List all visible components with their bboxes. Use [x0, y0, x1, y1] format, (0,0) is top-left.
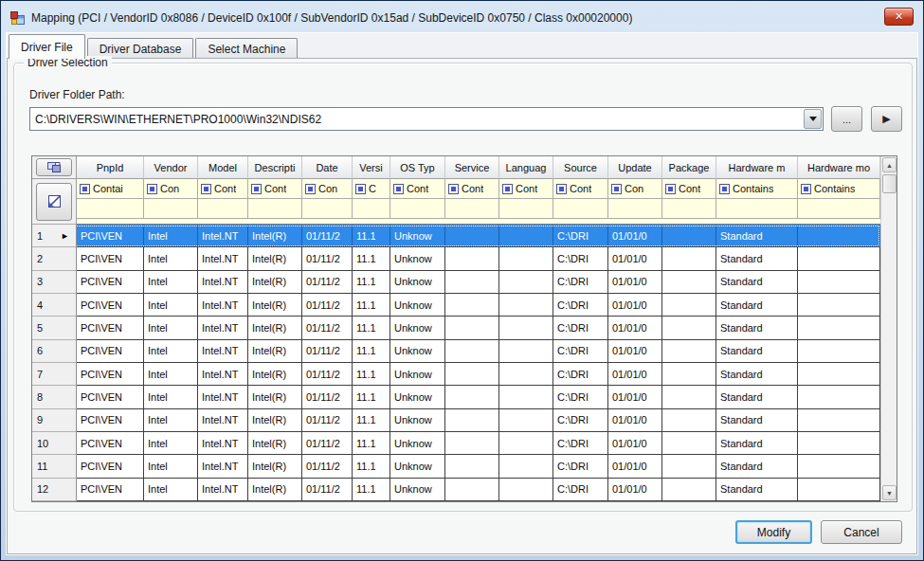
table-row[interactable]: 12PCI\VENIntelIntel.NTIntel(R)01/11/211.…	[32, 479, 880, 501]
cell-model[interactable]: Intel.NT	[198, 294, 248, 317]
filter-cell-versi[interactable]: C	[353, 179, 390, 199]
filter-checkbox-icon[interactable]	[355, 184, 366, 194]
row-header[interactable]: 5	[32, 317, 77, 339]
cell-descripti[interactable]: Intel(R)	[248, 455, 302, 478]
filter-checkbox-icon[interactable]	[147, 184, 157, 194]
cell-hardware-mo[interactable]	[798, 294, 880, 317]
cell-vendor[interactable]: Intel	[144, 317, 198, 339]
row-header[interactable]: 2	[32, 247, 77, 270]
cell-versi[interactable]: 11.1	[353, 455, 390, 478]
filter-value-cell-languag[interactable]	[499, 199, 553, 219]
cell-hardware-mo[interactable]	[798, 363, 880, 386]
table-row[interactable]: 9PCI\VENIntelIntel.NTIntel(R)01/11/211.1…	[32, 409, 880, 432]
cell-package[interactable]	[662, 386, 716, 408]
cell-os-typ[interactable]: Unknow	[390, 317, 445, 339]
cell-hardware-m[interactable]: Standard	[716, 340, 798, 363]
filter-cell-package[interactable]: Cont	[662, 179, 716, 199]
combobox-dropdown-button[interactable]	[804, 109, 822, 129]
filter-cell-os-typ[interactable]: Cont	[390, 179, 445, 199]
cell-date[interactable]: 01/11/2	[302, 455, 353, 478]
cell-descripti[interactable]: Intel(R)	[248, 247, 302, 270]
cell-pnpid[interactable]: PCI\VEN	[77, 479, 144, 501]
cell-descripti[interactable]: Intel(R)	[248, 386, 302, 408]
row-header[interactable]: 3	[32, 271, 77, 294]
cell-service[interactable]	[445, 432, 499, 455]
filter-checkbox-icon[interactable]	[502, 184, 513, 194]
close-button[interactable]: ✕	[884, 8, 914, 26]
column-header-descripti[interactable]: Descripti	[248, 156, 302, 179]
table-row[interactable]: 2PCI\VENIntelIntel.NTIntel(R)01/11/211.1…	[32, 247, 880, 270]
table-row[interactable]: 7PCI\VENIntelIntel.NTIntel(R)01/11/211.1…	[32, 363, 880, 386]
cell-descripti[interactable]: Intel(R)	[248, 479, 302, 501]
cell-pnpid[interactable]: PCI\VEN	[77, 247, 144, 270]
cell-update[interactable]: 01/01/0	[608, 386, 662, 408]
cell-update[interactable]: 01/01/0	[608, 363, 662, 386]
table-row[interactable]: 8PCI\VENIntelIntel.NTIntel(R)01/11/211.1…	[32, 386, 880, 408]
cell-vendor[interactable]: Intel	[144, 340, 198, 363]
cell-languag[interactable]	[499, 455, 553, 478]
column-header-update[interactable]: Update	[608, 156, 662, 179]
cell-date[interactable]: 01/11/2	[302, 294, 353, 317]
cell-os-typ[interactable]: Unknow	[390, 363, 445, 386]
column-header-hardware-mo[interactable]: Hardware mo	[798, 156, 880, 179]
cell-languag[interactable]	[499, 409, 553, 432]
cell-package[interactable]	[662, 432, 716, 455]
cell-package[interactable]	[662, 271, 716, 294]
cell-hardware-mo[interactable]	[798, 455, 880, 478]
filter-value-cell-descripti[interactable]	[248, 199, 302, 219]
cell-source[interactable]: C:\DRI	[553, 247, 608, 270]
cell-pnpid[interactable]: PCI\VEN	[77, 455, 144, 478]
cell-package[interactable]	[662, 409, 716, 432]
filter-cell-service[interactable]: Cont	[445, 179, 499, 199]
cell-source[interactable]: C:\DRI	[553, 432, 608, 455]
cell-languag[interactable]	[499, 271, 553, 294]
cell-update[interactable]: 01/01/0	[608, 271, 662, 294]
column-header-vendor[interactable]: Vendor	[144, 156, 198, 179]
filter-cell-update[interactable]: Con	[608, 179, 662, 199]
cell-hardware-m[interactable]: Standard	[716, 363, 798, 386]
cell-descripti[interactable]: Intel(R)	[248, 409, 302, 432]
row-header[interactable]: 6	[32, 340, 77, 363]
cell-hardware-m[interactable]: Standard	[716, 247, 798, 270]
cell-versi[interactable]: 11.1	[353, 363, 390, 386]
scrollbar-thumb[interactable]	[882, 174, 897, 193]
cell-service[interactable]	[445, 479, 499, 501]
cell-vendor[interactable]: Intel	[144, 455, 198, 478]
filter-value-cell-source[interactable]	[553, 199, 608, 219]
cell-languag[interactable]	[499, 432, 553, 455]
filter-cell-vendor[interactable]: Con	[144, 179, 198, 199]
browse-folder-button[interactable]: ...	[831, 106, 862, 132]
cell-source[interactable]: C:\DRI	[553, 294, 608, 317]
cell-model[interactable]: Intel.NT	[198, 340, 248, 363]
cell-os-typ[interactable]: Unknow	[390, 294, 445, 317]
cell-versi[interactable]: 11.1	[353, 340, 390, 363]
cell-os-typ[interactable]: Unknow	[390, 271, 445, 294]
cell-source[interactable]: C:\DRI	[553, 225, 608, 247]
cell-date[interactable]: 01/11/2	[302, 479, 353, 501]
filter-checkbox-icon[interactable]	[801, 184, 811, 194]
cell-package[interactable]	[662, 294, 716, 317]
cell-pnpid[interactable]: PCI\VEN	[77, 271, 144, 294]
cell-languag[interactable]	[499, 363, 553, 386]
cell-versi[interactable]: 11.1	[353, 432, 390, 455]
row-header[interactable]: 11	[32, 455, 77, 478]
cell-languag[interactable]	[499, 225, 553, 247]
cell-hardware-m[interactable]: Standard	[716, 294, 798, 317]
cell-model[interactable]: Intel.NT	[198, 363, 248, 386]
cell-vendor[interactable]: Intel	[144, 271, 198, 294]
cell-source[interactable]: C:\DRI	[553, 317, 608, 339]
cell-update[interactable]: 01/01/0	[608, 409, 662, 432]
cell-date[interactable]: 01/11/2	[302, 317, 353, 339]
row-header[interactable]: 4	[32, 294, 77, 317]
row-header[interactable]: 9	[32, 409, 77, 432]
filter-cell-descripti[interactable]: Cont	[248, 179, 302, 199]
cell-model[interactable]: Intel.NT	[198, 455, 248, 478]
cell-update[interactable]: 01/01/0	[608, 455, 662, 478]
column-header-hardware-m[interactable]: Hardware m	[716, 156, 798, 179]
cell-service[interactable]	[445, 455, 499, 478]
table-row[interactable]: 6PCI\VENIntelIntel.NTIntel(R)01/11/211.1…	[32, 340, 880, 363]
column-header-languag[interactable]: Languag	[499, 156, 553, 179]
filter-value-cell-update[interactable]	[608, 199, 662, 219]
cell-hardware-mo[interactable]	[798, 271, 880, 294]
filter-cell-date[interactable]: Con	[302, 179, 353, 199]
